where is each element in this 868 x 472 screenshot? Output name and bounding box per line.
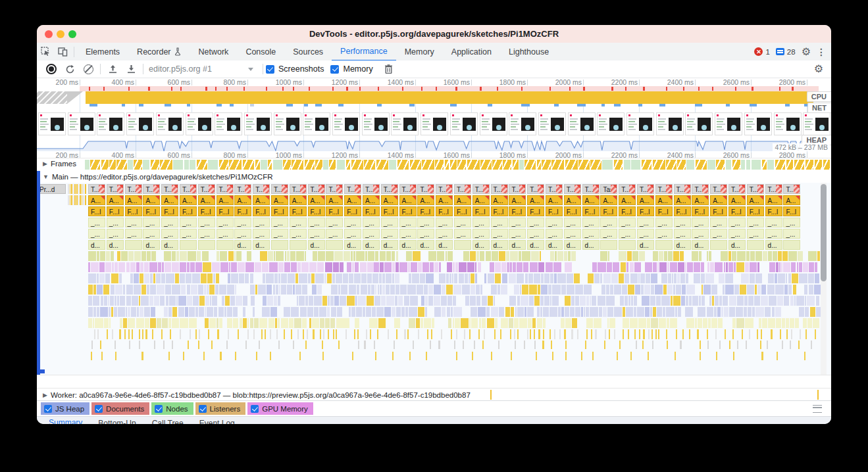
system-call-bar[interactable] — [428, 296, 433, 306]
system-call-bar[interactable] — [379, 273, 382, 283]
anonymous-function-bar[interactable]: _... — [290, 229, 307, 239]
network-request-bar[interactable] — [304, 104, 309, 106]
system-call-bar[interactable] — [584, 285, 592, 295]
system-call-bar[interactable] — [644, 285, 651, 295]
draw-function-bar[interactable]: d... — [308, 240, 325, 250]
animation-frame-fired-bar[interactable]: A... — [619, 195, 636, 205]
system-call-bar[interactable] — [599, 307, 603, 317]
system-call-bar[interactable] — [372, 273, 378, 283]
js-call-bar[interactable] — [97, 251, 99, 261]
rasterize-paint-bar[interactable] — [509, 262, 512, 272]
tab-memory[interactable]: Memory — [396, 43, 443, 60]
system-call-bar[interactable] — [410, 296, 418, 306]
animation-frame-fired-bar[interactable]: A... — [399, 195, 417, 205]
task-bar[interactable]: T... — [619, 184, 636, 194]
screenshot-thumbnail[interactable] — [244, 112, 272, 135]
animation-frame-fired-bar[interactable]: A... — [290, 195, 307, 205]
timer-fired-bar[interactable] — [745, 318, 753, 328]
rasterize-paint-bar[interactable] — [238, 262, 245, 272]
function-call-bar[interactable]: F...l — [637, 206, 654, 216]
rasterize-paint-bar[interactable] — [815, 262, 817, 272]
microtask-bar[interactable] — [515, 341, 516, 349]
timer-fired-bar[interactable] — [695, 318, 697, 328]
draw-function-bar[interactable]: d... — [564, 240, 581, 250]
system-call-bar[interactable] — [395, 296, 397, 306]
system-call-bar[interactable] — [777, 296, 783, 306]
anonymous-function-bar[interactable]: _... — [765, 218, 782, 227]
animation-frame-fired-bar[interactable]: A... — [161, 195, 178, 205]
startup-activity-bar[interactable] — [68, 184, 69, 194]
rasterize-paint-bar[interactable] — [360, 262, 367, 272]
system-call-bar[interactable] — [230, 296, 235, 306]
system-call-bar[interactable] — [717, 307, 721, 317]
event-dispatch-bar[interactable] — [733, 352, 734, 360]
animation-frame-fired-bar[interactable]: A... — [363, 195, 380, 205]
screenshots-checkbox[interactable] — [266, 65, 274, 74]
system-call-bar[interactable] — [656, 296, 661, 306]
gc-minor-bar[interactable] — [261, 329, 263, 339]
js-call-bar[interactable] — [627, 251, 632, 261]
function-call-bar[interactable]: F...l — [747, 206, 764, 216]
animation-frame-fired-bar[interactable]: A... — [417, 195, 434, 205]
function-call-bar[interactable]: F...l — [88, 206, 105, 216]
animation-frame-fired-bar[interactable]: A... — [710, 195, 727, 205]
gc-minor-bar[interactable] — [195, 329, 197, 339]
js-call-bar[interactable] — [492, 251, 498, 261]
gc-minor-bar[interactable] — [510, 329, 511, 339]
inspect-element-icon[interactable] — [39, 46, 51, 58]
system-call-bar[interactable] — [105, 273, 111, 283]
js-call-bar[interactable] — [147, 251, 150, 261]
frame-bar-idle[interactable] — [767, 160, 774, 170]
frame-bar-partial[interactable] — [716, 160, 725, 170]
system-call-bar[interactable] — [392, 273, 394, 283]
frame-bar-partial[interactable] — [565, 160, 578, 170]
system-call-bar[interactable] — [470, 296, 475, 306]
system-call-bar[interactable] — [663, 285, 667, 295]
timer-fired-bar[interactable] — [205, 318, 209, 328]
gc-minor-bar[interactable] — [749, 329, 750, 339]
anonymous-function-bar[interactable]: _... — [381, 218, 398, 227]
tab-lighthouse[interactable]: Lighthouse — [500, 43, 557, 60]
rasterize-paint-bar[interactable] — [453, 262, 454, 272]
system-call-bar[interactable] — [361, 273, 367, 283]
microtask-bar[interactable] — [245, 341, 247, 349]
system-call-bar[interactable] — [600, 273, 603, 283]
js-call-bar[interactable] — [180, 251, 187, 261]
rasterize-paint-bar[interactable] — [309, 262, 317, 272]
system-call-bar[interactable] — [603, 273, 611, 283]
gc-minor-bar[interactable] — [761, 329, 762, 339]
gc-minor-bar[interactable] — [815, 329, 816, 339]
system-call-bar[interactable] — [428, 285, 433, 295]
timer-fired-bar[interactable] — [670, 318, 677, 328]
rasterize-paint-bar[interactable] — [797, 262, 799, 272]
system-call-bar[interactable] — [207, 307, 213, 317]
event-dispatch-bar[interactable] — [168, 352, 170, 360]
task-bar[interactable]: T... — [527, 184, 544, 194]
draw-function-bar[interactable]: d... — [381, 240, 398, 250]
system-call-bar[interactable] — [191, 285, 197, 295]
js-call-bar[interactable] — [141, 251, 146, 261]
event-dispatch-bar[interactable] — [565, 352, 567, 360]
network-request-bar[interactable] — [377, 104, 382, 106]
gc-minor-bar[interactable] — [538, 329, 540, 339]
anonymous-function-bar[interactable]: _... — [363, 229, 380, 239]
rasterize-paint-bar[interactable] — [501, 262, 507, 272]
screenshot-thumbnail[interactable] — [362, 112, 390, 135]
startup-activity-bar[interactable] — [76, 195, 78, 205]
timer-fired-bar[interactable] — [302, 318, 306, 328]
system-call-bar[interactable] — [134, 285, 141, 295]
system-call-bar[interactable] — [453, 296, 456, 306]
upload-profile-icon[interactable] — [105, 62, 120, 76]
function-call-bar[interactable]: F...l — [344, 206, 361, 216]
system-call-bar[interactable] — [586, 296, 589, 306]
draw-function-bar[interactable]: d... — [546, 240, 563, 250]
system-call-bar[interactable] — [279, 285, 280, 295]
system-call-bar[interactable] — [677, 273, 680, 283]
system-call-bar[interactable] — [754, 296, 760, 306]
system-call-bar[interactable] — [628, 285, 634, 295]
system-call-bar[interactable] — [245, 273, 249, 283]
event-dispatch-bar[interactable] — [552, 352, 553, 360]
frame-bar-partial[interactable] — [677, 160, 685, 170]
system-call-bar[interactable] — [614, 285, 621, 295]
microtask-bar[interactable] — [211, 341, 213, 349]
